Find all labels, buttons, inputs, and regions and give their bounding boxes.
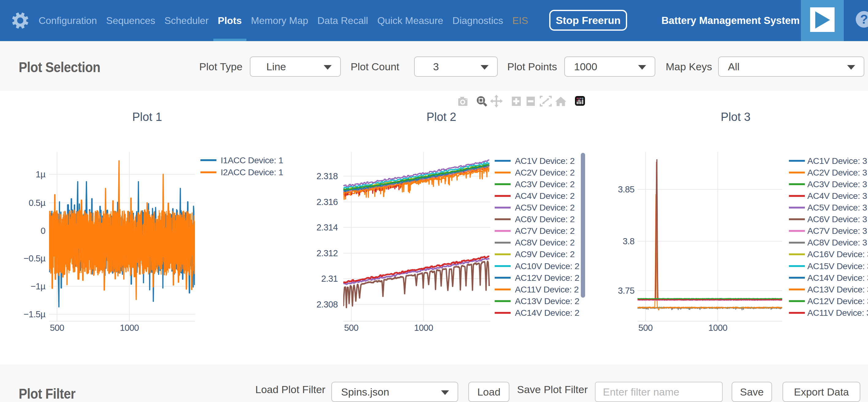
svg-text:3.75: 3.75 (618, 286, 634, 295)
svg-text:AC8V Device: 2: AC8V Device: 2 (515, 237, 575, 247)
svg-text:AC6V Device: 3: AC6V Device: 3 (807, 214, 867, 224)
svg-text:Plot 3: Plot 3 (720, 111, 750, 123)
svg-text:−1µ: −1µ (31, 281, 46, 291)
svg-text:AC4V Device: 3: AC4V Device: 3 (807, 191, 867, 201)
svg-text:1000: 1000 (120, 323, 139, 333)
svg-text:I1ACC Device: 1: I1ACC Device: 1 (221, 155, 283, 165)
svg-text:AC13V Device: 3: AC13V Device: 3 (807, 284, 868, 294)
svg-text:0: 0 (40, 226, 45, 236)
svg-text:AC2V Device: 3: AC2V Device: 3 (807, 168, 867, 177)
svg-text:Plot 2: Plot 2 (426, 111, 456, 123)
svg-text:AC9V Device: 2: AC9V Device: 2 (515, 249, 575, 259)
svg-text:AC14V Device: 3: AC14V Device: 3 (807, 273, 868, 283)
svg-text:−1.5µ: −1.5µ (24, 309, 46, 319)
svg-text:AC2V Device: 2: AC2V Device: 2 (515, 168, 575, 177)
svg-text:1000: 1000 (414, 323, 433, 333)
svg-text:AC1V Device: 2: AC1V Device: 2 (515, 156, 575, 166)
svg-text:2.308: 2.308 (316, 299, 338, 309)
svg-text:2.312: 2.312 (316, 248, 338, 258)
svg-text:AC12V Device: 3: AC12V Device: 3 (807, 296, 868, 306)
svg-text:AC15V Device: 3: AC15V Device: 3 (807, 261, 868, 271)
svg-text:AC12V Device: 2: AC12V Device: 2 (515, 273, 579, 283)
svg-text:2.316: 2.316 (316, 197, 338, 207)
svg-text:1000: 1000 (708, 323, 727, 333)
svg-text:AC14V Device: 2: AC14V Device: 2 (515, 308, 579, 318)
svg-text:AC3V Device: 3: AC3V Device: 3 (807, 179, 867, 189)
svg-text:AC10V Device: 2: AC10V Device: 2 (515, 261, 579, 271)
svg-text:AC4V Device: 2: AC4V Device: 2 (515, 191, 575, 201)
svg-text:2.31: 2.31 (321, 274, 338, 284)
svg-text:AC8V Device: 3: AC8V Device: 3 (807, 237, 867, 247)
svg-text:500: 500 (344, 323, 359, 333)
svg-text:0.5µ: 0.5µ (29, 198, 46, 208)
svg-text:AC6V Device: 2: AC6V Device: 2 (515, 214, 575, 224)
svg-text:I2ACC Device: 1: I2ACC Device: 1 (221, 167, 283, 177)
svg-text:3.8: 3.8 (622, 236, 634, 246)
svg-text:AC11V Device: 3: AC11V Device: 3 (807, 308, 868, 318)
svg-text:3.85: 3.85 (618, 184, 634, 194)
svg-text:AC7V Device: 3: AC7V Device: 3 (807, 226, 867, 236)
svg-text:AC7V Device: 2: AC7V Device: 2 (515, 226, 575, 236)
svg-text:AC16V Device: 3: AC16V Device: 3 (807, 249, 868, 259)
svg-text:AC1V Device: 3: AC1V Device: 3 (807, 156, 867, 166)
svg-text:AC5V Device: 2: AC5V Device: 2 (515, 203, 575, 212)
svg-text:1µ: 1µ (36, 169, 46, 179)
svg-text:AC11V Device: 2: AC11V Device: 2 (515, 284, 579, 294)
svg-text:AC3V Device: 2: AC3V Device: 2 (515, 179, 575, 189)
svg-text:2.318: 2.318 (316, 171, 338, 181)
svg-text:500: 500 (639, 323, 653, 333)
svg-text:2.314: 2.314 (316, 223, 338, 232)
svg-text:−0.5µ: −0.5µ (24, 254, 46, 263)
svg-text:500: 500 (50, 323, 64, 333)
svg-text:Plot 1: Plot 1 (132, 111, 162, 123)
svg-text:AC5V Device: 3: AC5V Device: 3 (807, 203, 867, 212)
svg-text:AC13V Device: 2: AC13V Device: 2 (515, 296, 579, 306)
